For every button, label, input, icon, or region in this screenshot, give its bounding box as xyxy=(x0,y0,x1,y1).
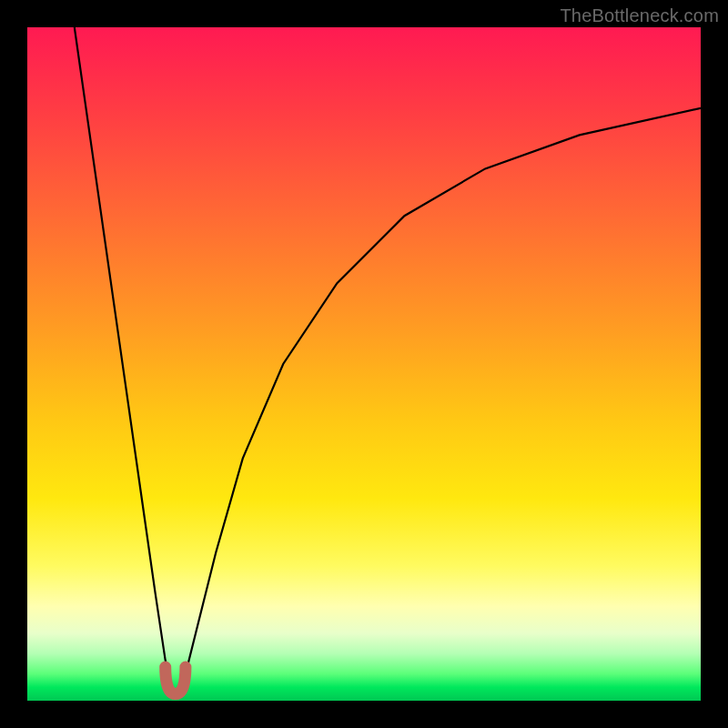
curve-layer xyxy=(27,27,701,701)
curve-left-branch xyxy=(75,27,172,687)
minimum-marker xyxy=(166,667,186,694)
plot-area xyxy=(27,27,701,701)
watermark-text: TheBottleneck.com xyxy=(560,5,719,26)
curve-right-branch xyxy=(182,108,701,687)
outer-frame: TheBottleneck.com xyxy=(0,0,728,728)
